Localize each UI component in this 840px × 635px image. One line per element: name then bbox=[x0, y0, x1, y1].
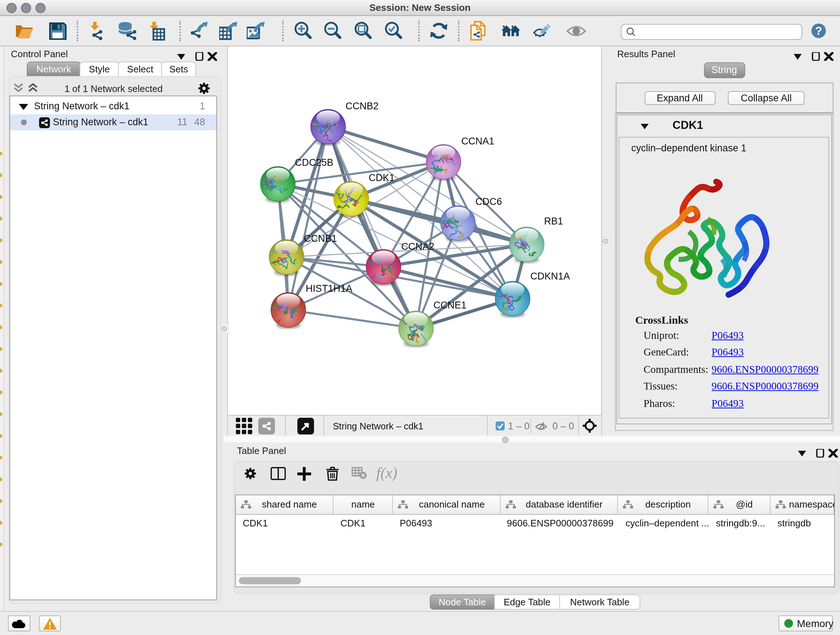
svg-text:CDC6: CDC6 bbox=[475, 196, 502, 207]
svg-text:CCNA1: CCNA1 bbox=[461, 136, 494, 147]
svg-text:HIST1H1A: HIST1H1A bbox=[306, 283, 352, 294]
svg-text:CDC25B: CDC25B bbox=[295, 157, 333, 168]
svg-text:CCNE1: CCNE1 bbox=[433, 300, 467, 310]
svg-text:RB1: RB1 bbox=[544, 216, 563, 226]
svg-text:CDKN1A: CDKN1A bbox=[531, 271, 570, 282]
svg-text:CCNB2: CCNB2 bbox=[346, 101, 379, 111]
svg-text:CCNA2: CCNA2 bbox=[401, 241, 434, 252]
svg-text:CDK1: CDK1 bbox=[369, 172, 395, 183]
svg-text:CCNB1: CCNB1 bbox=[304, 233, 337, 244]
svg-text:?: ? bbox=[815, 24, 822, 37]
